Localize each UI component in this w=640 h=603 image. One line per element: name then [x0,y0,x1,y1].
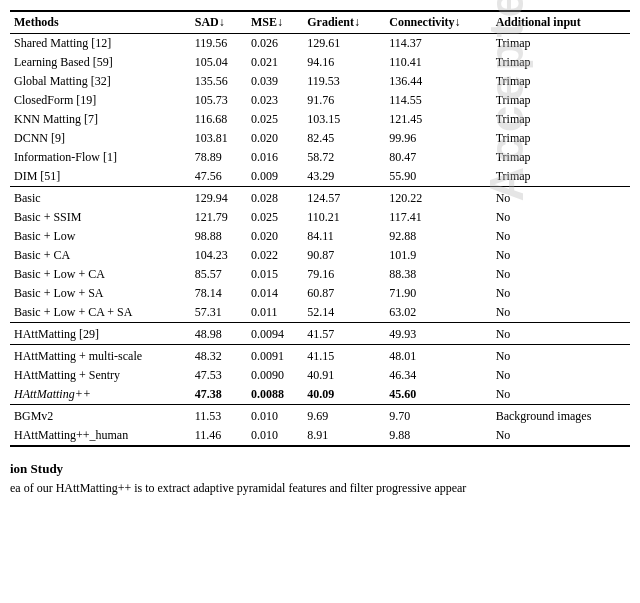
cell-value: 121.79 [191,208,247,227]
cell-value: 104.23 [191,246,247,265]
cell-value: 0.0088 [247,385,303,405]
col-additional: Additional input [492,11,630,34]
cell-value: 120.22 [385,187,491,209]
page-container: Accepted Methods SAD↓ MSE↓ Gradient↓ Con… [0,0,640,506]
cell-method: BGMv2 [10,405,191,427]
cell-value: 121.45 [385,110,491,129]
cell-value: 57.31 [191,303,247,323]
table-row: HAttMatting [29]48.980.009441.5749.93No [10,323,630,345]
table-row: Basic + Low + CA + SA57.310.01152.1463.0… [10,303,630,323]
table-row: Global Matting [32]135.560.039119.53136.… [10,72,630,91]
cell-value: 48.32 [191,345,247,367]
cell-value: 11.53 [191,405,247,427]
cell-method: HAttMatting + Sentry [10,366,191,385]
cell-value: 48.98 [191,323,247,345]
cell-value: 78.14 [191,284,247,303]
cell-value: 105.04 [191,53,247,72]
cell-value: 49.93 [385,323,491,345]
cell-value: No [492,284,630,303]
table-row: Basic + CA104.230.02290.87101.9No [10,246,630,265]
cell-method: KNN Matting [7] [10,110,191,129]
cell-value: 0.0090 [247,366,303,385]
cell-value: 78.89 [191,148,247,167]
cell-value: 0.025 [247,208,303,227]
cell-value: 0.022 [247,246,303,265]
cell-value: 116.68 [191,110,247,129]
cell-value: 47.53 [191,366,247,385]
cell-value: 91.76 [303,91,385,110]
table-row: Shared Matting [12]119.560.026129.61114.… [10,34,630,54]
cell-value: Trimap [492,53,630,72]
cell-value: Trimap [492,34,630,54]
cell-value: 11.46 [191,426,247,446]
table-row: HAttMatting++_human11.460.0108.919.88No [10,426,630,446]
cell-method: HAttMatting + multi-scale [10,345,191,367]
cell-method: Basic + Low + CA + SA [10,303,191,323]
table-row: Basic + Low + SA78.140.01460.8771.90No [10,284,630,303]
table-row: Basic + Low98.880.02084.1192.88No [10,227,630,246]
table-row: Basic129.940.028124.57120.22No [10,187,630,209]
cell-value: 124.57 [303,187,385,209]
cell-value: 98.88 [191,227,247,246]
cell-value: 48.01 [385,345,491,367]
cell-value: 43.29 [303,167,385,187]
cell-method: Learning Based [59] [10,53,191,72]
cell-value: 0.028 [247,187,303,209]
cell-method: Basic [10,187,191,209]
cell-value: 92.88 [385,227,491,246]
cell-method: DCNN [9] [10,129,191,148]
cell-value: Trimap [492,148,630,167]
cell-value: 0.009 [247,167,303,187]
cell-value: 103.15 [303,110,385,129]
cell-value: No [492,323,630,345]
cell-value: 119.56 [191,34,247,54]
cell-value: 114.37 [385,34,491,54]
cell-value: 82.45 [303,129,385,148]
cell-value: 46.34 [385,366,491,385]
cell-value: 0.021 [247,53,303,72]
cell-value: 0.0091 [247,345,303,367]
cell-value: 88.38 [385,265,491,284]
cell-value: 63.02 [385,303,491,323]
table-row: HAttMatting++47.380.008840.0945.60No [10,385,630,405]
cell-value: No [492,345,630,367]
cell-value: 41.15 [303,345,385,367]
cell-value: 71.90 [385,284,491,303]
col-gradient: Gradient↓ [303,11,385,34]
col-methods: Methods [10,11,191,34]
cell-value: Trimap [492,72,630,91]
bottom-section: ion Study ea of our HAttMatting++ is to … [10,461,630,496]
cell-value: 114.55 [385,91,491,110]
table-row: DIM [51]47.560.00943.2955.90Trimap [10,167,630,187]
cell-value: 85.57 [191,265,247,284]
cell-method: HAttMatting++ [10,385,191,405]
cell-value: 0.020 [247,129,303,148]
cell-method: Information-Flow [1] [10,148,191,167]
cell-value: 0.016 [247,148,303,167]
cell-value: 40.09 [303,385,385,405]
cell-value: 9.88 [385,426,491,446]
cell-method: Shared Matting [12] [10,34,191,54]
cell-value: 60.87 [303,284,385,303]
cell-value: Background images [492,405,630,427]
cell-value: 90.87 [303,246,385,265]
cell-value: No [492,246,630,265]
cell-value: 0.025 [247,110,303,129]
cell-value: 110.21 [303,208,385,227]
cell-value: 94.16 [303,53,385,72]
cell-method: Basic + SSIM [10,208,191,227]
cell-value: 9.69 [303,405,385,427]
table-row: HAttMatting + Sentry47.530.009040.9146.3… [10,366,630,385]
cell-method: HAttMatting [29] [10,323,191,345]
cell-value: No [492,265,630,284]
cell-value: 40.91 [303,366,385,385]
cell-value: 105.73 [191,91,247,110]
cell-value: No [492,426,630,446]
cell-value: No [492,208,630,227]
cell-method: ClosedForm [19] [10,91,191,110]
section-title: ion Study [10,461,630,477]
cell-value: 41.57 [303,323,385,345]
cell-value: 58.72 [303,148,385,167]
cell-value: 0.0094 [247,323,303,345]
cell-value: 101.9 [385,246,491,265]
